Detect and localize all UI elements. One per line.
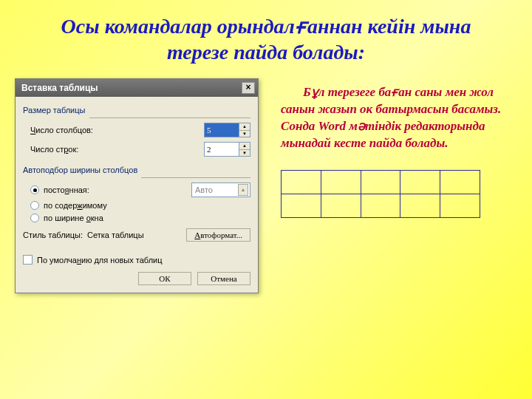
spin-up-icon[interactable]: ▲ bbox=[238, 184, 248, 196]
style-value: Сетка таблицы bbox=[87, 231, 182, 239]
fixed-width-value: Авто bbox=[195, 185, 238, 194]
columns-row: Число столбцов: ▲ ▼ bbox=[30, 123, 250, 137]
ok-button[interactable]: ОК bbox=[138, 272, 191, 285]
default-checkbox[interactable] bbox=[23, 255, 33, 265]
fixed-width-label: постоянная: bbox=[44, 185, 187, 194]
dialog-button-bar: ОК Отмена bbox=[23, 272, 250, 285]
spin-up-icon[interactable]: ▲ bbox=[239, 143, 250, 150]
table-row bbox=[282, 170, 480, 194]
divider bbox=[89, 117, 250, 118]
rows-input[interactable] bbox=[204, 142, 239, 157]
right-column: Бұл терезеге баған саны мен жол санын жа… bbox=[281, 78, 517, 218]
autofit-group-label: Автоподбор ширины столбцов bbox=[23, 166, 250, 174]
dialog-titlebar[interactable]: Вставка таблицы × bbox=[16, 79, 258, 97]
by-window-radio[interactable] bbox=[30, 214, 39, 222]
rows-spinner[interactable]: ▲ ▼ bbox=[239, 142, 250, 157]
columns-spinner[interactable]: ▲ ▼ bbox=[239, 123, 250, 137]
sample-table bbox=[281, 170, 480, 218]
autoformat-button[interactable]: Автоформат... bbox=[186, 228, 250, 242]
by-content-radio-row: по содержимому bbox=[30, 201, 250, 210]
spin-up-icon[interactable]: ▲ bbox=[239, 123, 250, 131]
rows-row: Число строк: ▲ ▼ bbox=[30, 142, 250, 157]
insert-table-dialog: Вставка таблицы × Размер таблицы Число с… bbox=[15, 78, 259, 293]
by-window-radio-row: по ширине окна bbox=[30, 214, 250, 222]
spin-down-icon[interactable]: ▼ bbox=[239, 150, 250, 157]
table-style-row: Стиль таблицы: Сетка таблицы Автоформат.… bbox=[23, 228, 250, 242]
content-area: Вставка таблицы × Размер таблицы Число с… bbox=[0, 78, 532, 293]
columns-input[interactable] bbox=[204, 123, 239, 137]
divider bbox=[141, 177, 250, 178]
by-content-radio[interactable] bbox=[30, 201, 39, 210]
spin-down-icon[interactable]: ▼ bbox=[239, 131, 250, 137]
default-check-label: По умолчанию для новых таблиц bbox=[37, 256, 163, 265]
style-label: Стиль таблицы: bbox=[23, 231, 83, 239]
slide-title: Осы командалар орындалғаннан кейін мына … bbox=[0, 0, 532, 72]
dialog-title: Вставка таблицы bbox=[21, 83, 98, 93]
close-icon[interactable]: × bbox=[242, 82, 255, 94]
by-content-label: по содержимому bbox=[44, 201, 250, 210]
dialog-body: Размер таблицы Число столбцов: ▲ ▼ Число… bbox=[16, 97, 258, 293]
columns-label: Число столбцов: bbox=[30, 126, 204, 134]
fixed-width-radio-row: постоянная: Авто ▲ bbox=[30, 183, 250, 197]
by-window-label: по ширине окна bbox=[44, 214, 250, 222]
table-row bbox=[282, 194, 480, 217]
description-text: Бұл терезеге баған саны мен жол санын жа… bbox=[281, 84, 517, 152]
fixed-width-combo[interactable]: Авто ▲ bbox=[191, 183, 250, 197]
rows-label: Число строк: bbox=[30, 145, 204, 154]
size-group-label: Размер таблицы bbox=[23, 106, 250, 115]
default-check-row: По умолчанию для новых таблиц bbox=[23, 255, 250, 265]
cancel-button[interactable]: Отмена bbox=[197, 272, 250, 285]
fixed-width-radio[interactable] bbox=[30, 185, 39, 194]
